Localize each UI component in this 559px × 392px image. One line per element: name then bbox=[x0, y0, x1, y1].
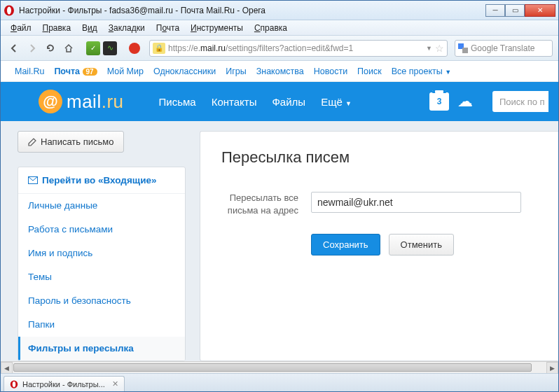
cloud-icon[interactable]: ☁ bbox=[457, 92, 473, 111]
forward-button[interactable] bbox=[25, 41, 40, 56]
page-heading: Пересылка писем bbox=[221, 148, 537, 167]
back-button[interactable] bbox=[6, 41, 22, 56]
left-column: Написать письмо Перейти во «Входящие» Ли… bbox=[18, 131, 186, 361]
menu-file[interactable]: Файл bbox=[5, 22, 37, 34]
mail-header: @ mail.ru Письма Контакты Файлы Ещё ▼ 3 … bbox=[1, 82, 558, 121]
menubar: Файл Правка Вид Закладки Почта Инструмен… bbox=[1, 20, 558, 36]
mail-nav: Письма Контакты Файлы Ещё ▼ bbox=[159, 96, 352, 108]
horizontal-scrollbar[interactable]: ◀ ▶ bbox=[1, 361, 558, 373]
minimize-button[interactable]: ─ bbox=[485, 4, 505, 17]
forward-label: Пересылать всеписьма на адрес bbox=[221, 192, 298, 217]
forward-email-input[interactable] bbox=[311, 192, 521, 213]
at-icon: @ bbox=[39, 90, 62, 113]
svg-point-6 bbox=[13, 381, 16, 386]
google-translate-icon bbox=[458, 43, 468, 53]
sidebar-goto-inbox[interactable]: Перейти во «Входящие» bbox=[18, 167, 185, 194]
tab-bar: Настройки - Фильтры... ✕ bbox=[1, 373, 558, 391]
mail-count-badge: 97 bbox=[83, 68, 97, 76]
url-text: https://e.mail.ru/settings/filters?actio… bbox=[168, 43, 423, 53]
close-button[interactable]: ✕ bbox=[525, 4, 555, 17]
menu-mail[interactable]: Почта bbox=[151, 22, 185, 34]
scroll-left-icon[interactable]: ◀ bbox=[1, 362, 13, 373]
scroll-thumb[interactable] bbox=[13, 363, 532, 372]
cancel-button[interactable]: Отменить bbox=[389, 234, 454, 255]
sidebar-item-personal[interactable]: Личные данные bbox=[18, 194, 185, 218]
svg-rect-3 bbox=[462, 48, 468, 53]
nav-news[interactable]: Новости bbox=[314, 66, 347, 76]
page-content: Mail.Ru Почта 97 Мой Мир Одноклассники И… bbox=[1, 61, 558, 373]
browser-window: Настройки - Фильтры - fadsa36@mail.ru - … bbox=[0, 0, 559, 392]
menu-edit[interactable]: Правка bbox=[37, 22, 77, 34]
mail-search-input[interactable]: Поиск по п bbox=[492, 91, 548, 112]
form-buttons: Сохранить Отменить bbox=[311, 234, 537, 255]
address-bar[interactable]: 🔒 https://e.mail.ru/settings/filters?act… bbox=[149, 40, 448, 57]
settings-sidebar: Перейти во «Входящие» Личные данные Рабо… bbox=[18, 167, 186, 361]
nav-files[interactable]: Файлы bbox=[272, 96, 305, 108]
nav-search[interactable]: Поиск bbox=[357, 66, 382, 76]
sidebar-item-signature[interactable]: Имя и подпись bbox=[18, 241, 185, 265]
opera-tab-icon bbox=[10, 380, 18, 388]
adblock-icon[interactable] bbox=[127, 41, 142, 56]
mailru-topnav: Mail.Ru Почта 97 Мой Мир Одноклассники И… bbox=[1, 61, 558, 82]
sidebar-item-filters[interactable]: Фильтры и пересылка bbox=[18, 337, 185, 360]
sidebar-item-folders[interactable]: Папки bbox=[18, 313, 185, 337]
extension-green-icon[interactable]: ✓ bbox=[86, 41, 100, 55]
compose-label: Написать письмо bbox=[41, 136, 113, 147]
header-icons: 3 ☁ Поиск по п bbox=[429, 91, 548, 112]
compose-icon bbox=[28, 138, 36, 146]
main-layout: Написать письмо Перейти во «Входящие» Ли… bbox=[1, 121, 558, 361]
nav-contacts[interactable]: Контакты bbox=[212, 96, 257, 108]
svg-point-1 bbox=[7, 6, 11, 14]
scroll-right-icon[interactable]: ▶ bbox=[546, 362, 558, 373]
window-controls: ─ ▭ ✕ bbox=[485, 4, 555, 17]
titlebar: Настройки - Фильтры - fadsa36@mail.ru - … bbox=[1, 1, 558, 20]
nav-ok[interactable]: Одноклассники bbox=[153, 66, 216, 76]
bookmark-star-icon[interactable]: ☆ bbox=[435, 43, 444, 54]
nav-mail[interactable]: Почта 97 bbox=[54, 66, 97, 76]
menu-bookmarks[interactable]: Закладки bbox=[103, 22, 151, 34]
nav-more[interactable]: Ещё ▼ bbox=[321, 96, 352, 108]
menu-tools[interactable]: Инструменты bbox=[185, 22, 249, 34]
browser-tab[interactable]: Настройки - Фильтры... ✕ bbox=[4, 376, 125, 391]
sidebar-item-security[interactable]: Пароль и безопасность bbox=[18, 289, 185, 313]
nav-dating[interactable]: Знакомства bbox=[256, 66, 304, 76]
home-button[interactable] bbox=[61, 41, 76, 56]
nav-mailru[interactable]: Mail.Ru bbox=[15, 66, 44, 76]
tab-label: Настройки - Фильтры... bbox=[22, 380, 105, 388]
envelope-icon bbox=[28, 176, 38, 184]
opera-icon bbox=[4, 5, 15, 16]
save-button[interactable]: Сохранить bbox=[311, 234, 380, 255]
nav-letters[interactable]: Письма bbox=[159, 96, 196, 108]
lock-icon: 🔒 bbox=[153, 43, 165, 54]
window-title: Настройки - Фильтры - fadsa36@mail.ru - … bbox=[19, 6, 485, 15]
browser-search-box[interactable]: Google Translate bbox=[455, 40, 553, 57]
nav-allprojects[interactable]: Все проекты ▼ bbox=[392, 66, 451, 76]
maximize-button[interactable]: ▭ bbox=[505, 4, 525, 17]
extension-dark-icon[interactable]: ∿ bbox=[103, 41, 117, 55]
search-label: Google Translate bbox=[471, 43, 534, 53]
menu-help[interactable]: Справка bbox=[249, 22, 293, 34]
nav-myworld[interactable]: Мой Мир bbox=[107, 66, 144, 76]
calendar-icon[interactable]: 3 bbox=[429, 92, 449, 111]
mailru-logo[interactable]: @ mail.ru bbox=[39, 90, 124, 113]
compose-button[interactable]: Написать письмо bbox=[18, 131, 124, 153]
menu-view[interactable]: Вид bbox=[76, 22, 103, 34]
nav-games[interactable]: Игры bbox=[226, 66, 246, 76]
sidebar-item-messages[interactable]: Работа с письмами bbox=[18, 218, 185, 241]
sidebar-item-themes[interactable]: Темы bbox=[18, 265, 185, 289]
settings-panel: Пересылка писем Пересылать всеписьма на … bbox=[200, 131, 558, 361]
reload-button[interactable] bbox=[43, 41, 58, 56]
forward-row: Пересылать всеписьма на адрес bbox=[221, 192, 537, 217]
dropdown-icon[interactable]: ▼ bbox=[426, 45, 432, 52]
tab-close-icon[interactable]: ✕ bbox=[112, 379, 118, 388]
toolbar: ✓ ∿ 🔒 https://e.mail.ru/settings/filters… bbox=[1, 36, 558, 61]
